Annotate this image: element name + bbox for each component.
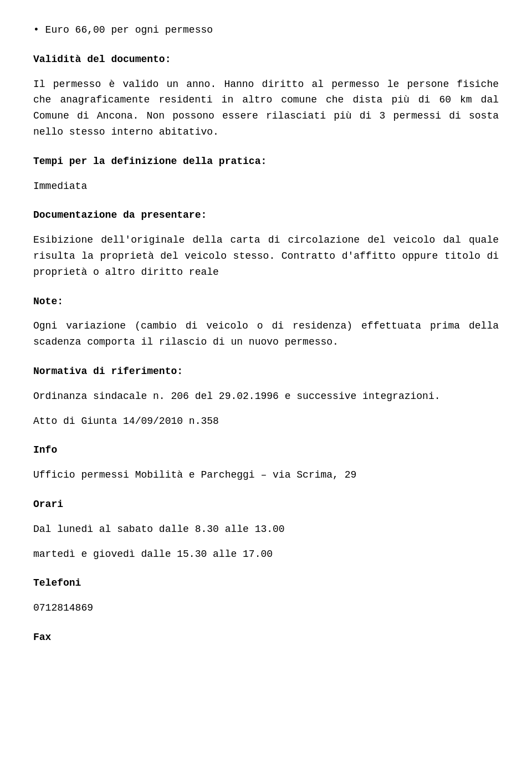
normativa-title: Normativa di riferimento: [33, 363, 499, 380]
note-content: Ogni variazione (cambio di veicolo o di … [33, 318, 499, 350]
tempi-section: Tempi per la definizione della pratica: … [33, 153, 499, 194]
bullet-euro: • Euro 66,00 per ogni permesso [33, 22, 499, 38]
tempi-title: Tempi per la definizione della pratica: [33, 153, 499, 170]
orari-title: Orari [33, 496, 499, 513]
validita-section: Validità del documento: Il permesso è va… [33, 52, 499, 140]
validita-content: Il permesso è valido un anno. Hanno diri… [33, 76, 499, 140]
normativa-section: Normativa di riferimento: Ordinanza sind… [33, 363, 499, 429]
fax-section: Fax [33, 629, 499, 646]
validita-title: Validità del documento: [33, 52, 499, 68]
documentazione-content: Esibizione dell'originale della carta di… [33, 232, 499, 280]
info-section: Info Ufficio permessi Mobilità e Parcheg… [33, 442, 499, 483]
fax-title: Fax [33, 629, 499, 646]
telefoni-content: 0712814869 [33, 600, 499, 616]
info-content: Ufficio permessi Mobilità e Parcheggi – … [33, 467, 499, 483]
note-title: Note: [33, 294, 499, 310]
info-title: Info [33, 442, 499, 458]
note-section: Note: Ogni variazione (cambio di veicolo… [33, 294, 499, 350]
normativa-line2: Atto di Giunta 14/09/2010 n.358 [33, 413, 499, 429]
normativa-line1: Ordinanza sindacale n. 206 del 29.02.199… [33, 388, 499, 405]
documentazione-section: Documentazione da presentare: Esibizione… [33, 207, 499, 280]
orari-line1: Dal lunedì al sabato dalle 8.30 alle 13.… [33, 521, 499, 537]
documentazione-title: Documentazione da presentare: [33, 207, 499, 223]
tempi-content: Immediata [33, 178, 499, 194]
orari-line2: martedì e giovedì dalle 15.30 alle 17.00 [33, 546, 499, 562]
orari-section: Orari Dal lunedì al sabato dalle 8.30 al… [33, 496, 499, 562]
telefoni-title: Telefoni [33, 575, 499, 591]
telefoni-section: Telefoni 0712814869 [33, 575, 499, 616]
